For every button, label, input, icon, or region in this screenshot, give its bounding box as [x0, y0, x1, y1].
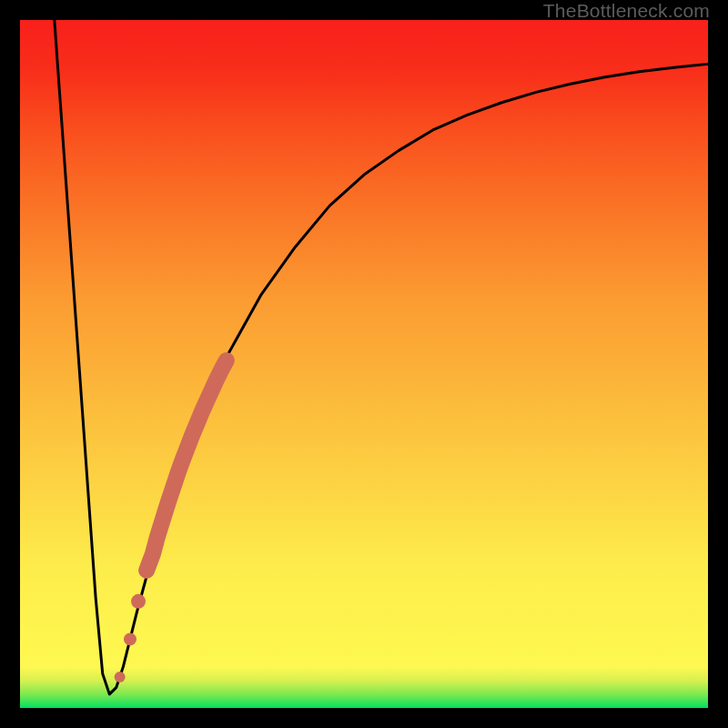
watermark-text: TheBottleneck.com: [543, 0, 710, 22]
chart-svg: [20, 20, 708, 708]
svg-point-0: [115, 672, 126, 682]
bottleneck-curve: [55, 20, 708, 694]
svg-point-2: [131, 594, 146, 609]
svg-point-1: [124, 632, 136, 645]
highlight-markers: [115, 360, 227, 682]
chart-container: TheBottleneck.com: [0, 0, 728, 728]
